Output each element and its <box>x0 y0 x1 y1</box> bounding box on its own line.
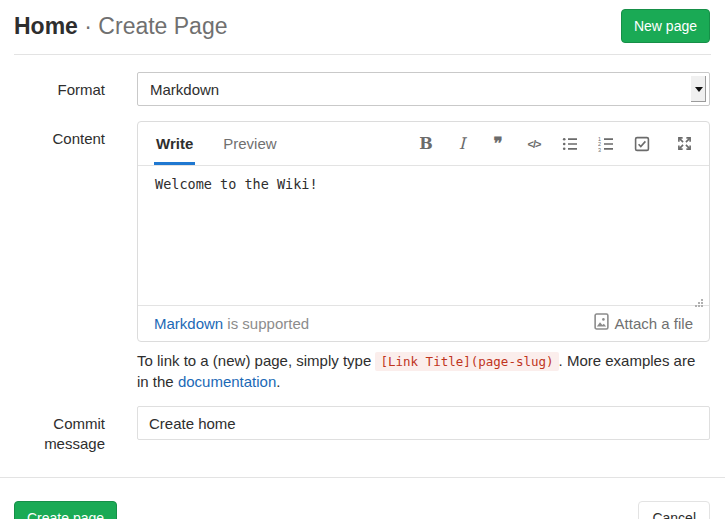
unordered-list-icon[interactable] <box>561 134 579 154</box>
help-text-before: To link to a (new) page, simply type <box>137 352 375 369</box>
bold-icon[interactable]: B <box>417 134 435 154</box>
toolbar-icons: B I ❞ </> 1 <box>417 122 693 165</box>
supported-text: is supported <box>223 315 309 332</box>
commit-message-label: Commit message <box>0 406 105 454</box>
format-select[interactable]: Markdown <box>137 72 710 106</box>
format-select-value: Markdown <box>150 81 219 98</box>
task-list-icon[interactable] <box>633 134 651 154</box>
help-text-period: . <box>276 373 280 390</box>
resize-grip-icon[interactable] <box>695 299 697 301</box>
format-row: Format Markdown <box>0 72 725 106</box>
tab-preview[interactable]: Preview <box>221 122 278 165</box>
content-textarea[interactable]: Welcome to the Wiki! <box>138 166 709 305</box>
ordered-list-icon[interactable]: 1 2 3 <box>597 134 615 154</box>
page-title-primary: Home <box>14 13 78 39</box>
link-help-text: To link to a (new) page, simply type [Li… <box>137 351 710 392</box>
page-title-separator: · <box>84 13 92 39</box>
code-icon[interactable]: </> <box>525 134 543 154</box>
editor-footer: Markdown is supported Attach a file <box>138 306 709 341</box>
editor-toolbar: Write Preview B I ❞ </> <box>138 122 709 166</box>
italic-icon[interactable]: I <box>453 134 471 154</box>
page-header: Home · Create Page New page <box>0 0 725 54</box>
editor-body: Welcome to the Wiki! <box>138 166 709 306</box>
link-syntax-code: [Link Title](page-slug) <box>375 352 558 371</box>
page-title: Home · Create Page <box>14 13 228 40</box>
attach-file-label: Attach a file <box>615 315 693 332</box>
attach-file-button[interactable]: Attach a file <box>594 313 693 333</box>
fullscreen-icon[interactable] <box>675 134 693 154</box>
markdown-help-link[interactable]: Markdown <box>154 315 223 332</box>
content-label: Content <box>0 121 105 342</box>
page-title-secondary: Create Page <box>98 13 227 39</box>
format-label: Format <box>0 72 105 106</box>
header-divider <box>14 54 711 55</box>
tab-write[interactable]: Write <box>154 122 195 165</box>
svg-text:3: 3 <box>598 146 601 151</box>
select-dropdown-arrow-icon[interactable] <box>691 76 706 102</box>
form-footer: Create page Cancel <box>0 477 725 519</box>
commit-message-input[interactable] <box>137 406 710 440</box>
content-row: Content Write Preview B I ❞ </> <box>0 121 725 342</box>
documentation-link[interactable]: documentation <box>178 373 276 390</box>
create-page-button[interactable]: Create page <box>14 501 117 519</box>
commit-row: Commit message <box>0 406 725 454</box>
attach-file-icon <box>594 313 609 333</box>
markdown-editor: Write Preview B I ❞ </> <box>137 121 710 342</box>
markdown-supported-note: Markdown is supported <box>154 315 309 332</box>
quote-icon[interactable]: ❞ <box>489 134 507 154</box>
new-page-button[interactable]: New page <box>621 9 710 43</box>
cancel-button[interactable]: Cancel <box>638 501 710 519</box>
